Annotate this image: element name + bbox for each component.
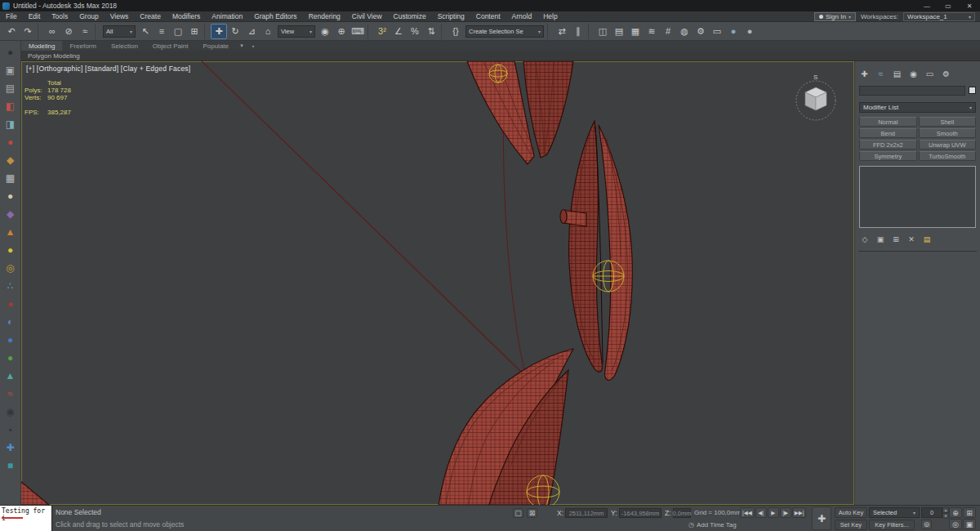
display-tab-icon[interactable]: ▭ xyxy=(924,68,936,79)
cone-orange-icon[interactable]: ▲ xyxy=(2,224,19,240)
render-production-icon[interactable]: ● xyxy=(725,24,742,39)
gizmo-blue-icon[interactable]: ✚ xyxy=(2,440,19,456)
select-and-rotate-icon[interactable]: ↻ xyxy=(227,24,243,39)
close-button[interactable]: ✕ xyxy=(959,0,980,11)
modifier-ffd2x2x2-button[interactable]: FFD 2x2x2 xyxy=(859,140,917,149)
modifier-symmetry-button[interactable]: Symmetry xyxy=(859,151,917,161)
go-to-start-button[interactable]: |◀◀ xyxy=(740,507,755,518)
sphere-blue-icon[interactable]: ● xyxy=(2,332,19,348)
viewport-label[interactable]: [+] [Orthographic] [Standard] [Clay + Ed… xyxy=(26,65,190,73)
reference-coordinate-dropdown[interactable]: View▾ xyxy=(278,25,315,38)
cube-teal-icon[interactable]: ■ xyxy=(2,457,19,474)
measure-tool-icon[interactable]: ◨ xyxy=(2,116,19,132)
menu-arnold[interactable]: Arnold xyxy=(506,11,538,22)
ribbon-subtab-polygon-modeling[interactable]: Polygon Modeling xyxy=(21,52,87,60)
menu-content[interactable]: Content xyxy=(470,11,506,22)
select-and-move-icon[interactable]: ✚ xyxy=(211,24,227,39)
modify-tab-icon[interactable]: ≈ xyxy=(875,68,887,79)
modifier-bend-button[interactable]: Bend xyxy=(859,128,917,138)
model-chain-link[interactable] xyxy=(560,121,632,380)
swatch-orange-icon[interactable]: ◆ xyxy=(2,152,19,168)
add-time-tag[interactable]: ◷ Add Time Tag xyxy=(688,521,737,529)
toggle-layer-explorer-icon[interactable]: ▤ xyxy=(611,24,627,39)
view-cube[interactable]: S xyxy=(787,69,844,127)
marker-red-icon[interactable]: ● xyxy=(2,134,19,150)
unlink-selection-icon[interactable]: ⊘ xyxy=(60,24,77,39)
window-crossing-icon[interactable]: ⊞ xyxy=(186,24,203,39)
frame-number-spinner[interactable]: 0 ▲ ▼ xyxy=(921,507,949,518)
spinner-down-icon[interactable]: ▼ xyxy=(942,513,949,519)
menu-views[interactable]: Views xyxy=(105,11,135,22)
rectangular-selection-region-icon[interactable]: ▢ xyxy=(170,24,186,39)
use-pivot-point-icon[interactable]: ◉ xyxy=(317,24,333,39)
bind-to-space-warp-icon[interactable]: ≈ xyxy=(77,24,93,39)
curve-editor-icon[interactable]: ≋ xyxy=(644,24,660,39)
sphere-night-icon[interactable]: ◉ xyxy=(2,404,19,420)
ribbon-tab-modeling[interactable]: Modeling xyxy=(21,41,62,51)
mirror-icon[interactable]: ⇄ xyxy=(554,24,570,39)
paint-tools-icon[interactable]: ◧ xyxy=(2,98,19,114)
modifier-turbosmooth-button[interactable]: TurboSmooth xyxy=(919,151,977,161)
selected-set-dropdown[interactable]: Selected ▾ xyxy=(869,507,920,518)
modifier-stack-list[interactable] xyxy=(859,166,976,228)
play-button[interactable]: ▶ xyxy=(768,507,779,518)
key-filters-button[interactable]: Key Filters... xyxy=(869,520,915,530)
set-key-button[interactable]: Set Key xyxy=(835,520,867,530)
rendered-frame-window-icon[interactable]: ▭ xyxy=(709,24,725,39)
menu-civil-view[interactable]: Civil View xyxy=(346,11,388,22)
menu-create[interactable]: Create xyxy=(134,11,167,22)
ribbon-tab-object-paint[interactable]: Object Paint xyxy=(145,41,196,51)
maximize-viewport-icon[interactable]: ▣ xyxy=(963,519,976,529)
material-editor-icon[interactable]: ◍ xyxy=(676,24,693,39)
sphere-beige-icon[interactable]: ● xyxy=(2,188,19,204)
menu-customize[interactable]: Customize xyxy=(388,11,432,22)
set-keys-button[interactable]: ✚ xyxy=(812,506,831,530)
remove-modifier-icon[interactable]: ✕ xyxy=(906,234,917,244)
modifier-shell-button[interactable]: Shell xyxy=(919,117,977,127)
zoom-extents-icon[interactable]: ⊞ xyxy=(963,507,976,518)
y-coordinate-field[interactable]: -1643,958mm xyxy=(619,508,662,518)
scene-sphere-icon[interactable]: ● xyxy=(2,44,19,60)
angle-snap-icon[interactable]: ∠ xyxy=(390,24,407,39)
pin-stack-icon[interactable]: ◇ xyxy=(859,234,871,244)
sphere-yellow-icon[interactable]: ● xyxy=(2,242,19,258)
modifier-unwrap-uvw-button[interactable]: Unwrap UVW xyxy=(919,140,977,149)
select-and-manipulate-icon[interactable]: ⊕ xyxy=(333,24,350,39)
spinner-snap-icon[interactable]: ⇅ xyxy=(423,24,439,39)
edit-named-selection-sets-icon[interactable]: {} xyxy=(448,24,464,39)
selection-filter-dropdown[interactable]: All▾ xyxy=(103,25,136,38)
prism-teal-icon[interactable]: ▲ xyxy=(2,368,19,384)
checker-icon[interactable]: ▦ xyxy=(2,170,19,186)
make-unique-icon[interactable]: ⊞ xyxy=(890,234,902,244)
hierarchy-tab-icon[interactable]: ▤ xyxy=(891,68,903,79)
configure-modifier-sets-icon[interactable]: ▤ xyxy=(921,234,933,244)
ribbon-tab-populate[interactable]: Populate xyxy=(195,41,236,51)
align-icon[interactable]: ∥ xyxy=(570,24,586,39)
previous-frame-button[interactable]: ◀| xyxy=(755,507,767,518)
toggle-scene-explorer-icon[interactable]: ◫ xyxy=(595,24,611,39)
x-coordinate-field[interactable]: 2511,112mm xyxy=(565,508,608,518)
undo-icon[interactable]: ↶ xyxy=(3,24,20,39)
snaps-toggle-icon[interactable]: 3² xyxy=(374,24,390,39)
select-object-icon[interactable]: ↖ xyxy=(137,24,154,39)
select-and-scale-icon[interactable]: ⊿ xyxy=(243,24,260,39)
menu-tools[interactable]: Tools xyxy=(46,11,74,22)
percent-snap-icon[interactable]: % xyxy=(407,24,423,39)
toggle-ribbon-icon[interactable]: ▦ xyxy=(627,24,644,39)
menu-edit[interactable]: Edit xyxy=(23,11,47,22)
marker-crimson-icon[interactable]: ● xyxy=(2,296,19,312)
workspace-dropdown[interactable]: Workspace_1 ▾ xyxy=(903,12,975,21)
torus-gold-icon[interactable]: ◎ xyxy=(2,260,19,276)
maxscript-mini-listener[interactable]: Testing for i xyxy=(0,506,52,531)
viewport-canvas[interactable] xyxy=(21,61,854,505)
menu-group[interactable]: Group xyxy=(74,11,105,22)
object-color-swatch[interactable] xyxy=(969,87,976,94)
star-purple-icon[interactable]: ◆ xyxy=(2,206,19,222)
maximize-button[interactable]: ▭ xyxy=(938,0,959,11)
image-plane-icon[interactable]: ▣ xyxy=(2,62,19,78)
isolate-selection-icon[interactable]: ▢ xyxy=(513,508,523,518)
orbit-icon[interactable]: ◎ xyxy=(949,519,962,529)
named-selection-sets-dropdown[interactable]: Create Selection Se▾ xyxy=(466,25,544,38)
menu-scripting[interactable]: Scripting xyxy=(432,11,470,22)
plus-icon[interactable]: ✚ xyxy=(858,68,871,79)
